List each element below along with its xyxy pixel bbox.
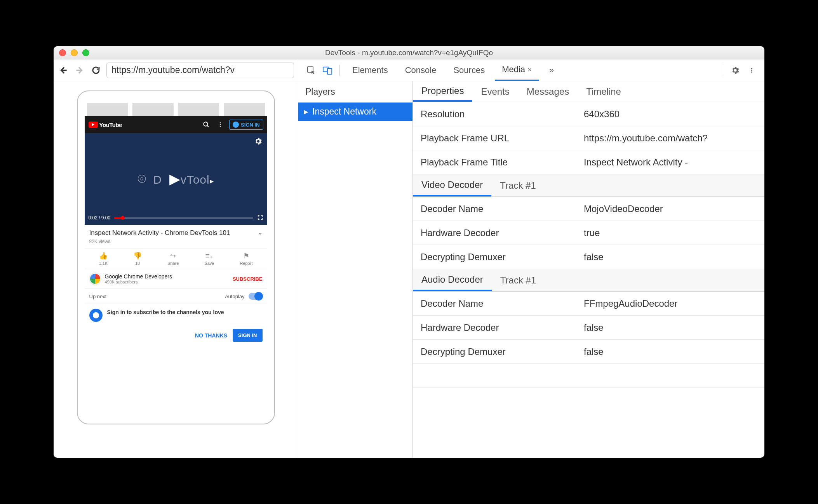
settings-gear-icon[interactable] — [729, 64, 742, 77]
audio-decoder-tab[interactable]: Audio Decoder — [413, 269, 492, 291]
report-button[interactable]: ⚑Report — [240, 252, 252, 266]
fullscreen-icon[interactable] — [257, 214, 263, 222]
more-icon[interactable] — [215, 120, 225, 130]
subtab-properties[interactable]: Properties — [413, 81, 472, 102]
youtube-logo[interactable]: YouTube — [89, 122, 122, 128]
flag-icon: ⚑ — [243, 252, 249, 260]
vprop-hardware: Hardware Decodertrue — [413, 221, 764, 245]
svg-point-0 — [204, 122, 208, 126]
loading-placeholder — [85, 103, 267, 116]
device-toolbar-icon[interactable] — [321, 64, 334, 77]
svg-point-7 — [751, 68, 752, 69]
like-button[interactable]: 👍1.1K — [99, 252, 108, 266]
vprop-decoder-name: Decoder NameMojoVideoDecoder — [413, 197, 764, 221]
close-tab-icon[interactable]: × — [527, 65, 532, 74]
no-thanks-button[interactable]: NO THANKS — [195, 332, 227, 339]
video-decoder-section: Video Decoder Track #1 — [413, 174, 764, 197]
channel-subs: 490K subscribers — [105, 280, 229, 284]
tab-console[interactable]: Console — [398, 59, 444, 81]
minimize-window-button[interactable] — [71, 49, 78, 56]
aprop-hardware: Hardware Decoderfalse — [413, 316, 764, 340]
search-icon[interactable] — [201, 120, 211, 130]
player-detail: Properties Events Messages Timeline Reso… — [413, 81, 764, 458]
upnext-label: Up next — [89, 294, 107, 299]
titlebar: DevTools - m.youtube.com/watch?v=e1gAyQu… — [54, 46, 764, 59]
subtab-timeline[interactable]: Timeline — [578, 81, 630, 102]
player-brand-text: D ▶vTool▸ — [153, 171, 214, 187]
players-header: Players — [298, 81, 412, 103]
traffic-lights — [59, 49, 89, 56]
view-count: 82K views — [89, 239, 263, 244]
svg-point-8 — [751, 70, 752, 71]
progress-bar[interactable]: 0:02 / 9:00 — [85, 211, 267, 225]
signin-promo: Sign in to subscribe to the channels you… — [85, 304, 267, 346]
video-track-tab[interactable]: Track #1 — [491, 174, 544, 196]
players-sidebar: Players ▶ Inspect Network — [298, 81, 413, 458]
player-item-label: Inspect Network — [312, 106, 376, 117]
promo-message: Sign in to subscribe to the channels you… — [107, 309, 224, 316]
devtools-window: DevTools - m.youtube.com/watch?v=e1gAyQu… — [54, 46, 764, 458]
autoplay-toggle[interactable] — [249, 293, 263, 300]
reload-button[interactable] — [90, 64, 102, 76]
aprop-decoder-name: Decoder NameFFmpegAudioDecoder — [413, 292, 764, 316]
dislike-button[interactable]: 👎18 — [133, 252, 142, 266]
user-avatar-icon — [89, 309, 103, 322]
channel-avatar — [89, 273, 101, 285]
tab-sources[interactable]: Sources — [446, 59, 492, 81]
tabs-overflow-icon[interactable]: » — [542, 59, 561, 81]
forward-button[interactable] — [74, 64, 85, 76]
audio-track-tab[interactable]: Track #1 — [492, 269, 545, 291]
detail-subtabs: Properties Events Messages Timeline — [413, 81, 764, 102]
zoom-window-button[interactable] — [82, 49, 89, 56]
video-title-block[interactable]: Inspect Network Activity - Chrome DevToo… — [85, 225, 267, 249]
back-button[interactable] — [57, 64, 69, 76]
seek-track[interactable] — [114, 217, 253, 219]
save-button[interactable]: ≡₊Save — [204, 252, 214, 266]
video-decoder-tab[interactable]: Video Decoder — [413, 174, 491, 196]
subscribe-button[interactable]: SUBSCRIBE — [233, 276, 263, 282]
play-icon: ▶ — [304, 108, 308, 115]
nav-toolbar: https://m.youtube.com/watch?v — [54, 59, 298, 81]
svg-point-9 — [751, 71, 752, 73]
header-signin-button[interactable]: SIGN IN — [229, 120, 263, 130]
svg-rect-6 — [327, 68, 332, 74]
video-player[interactable]: ⦾ D ▶vTool▸ 0:02 / 9:00 — [85, 133, 267, 225]
channel-row[interactable]: Google Chrome Developers 490K subscriber… — [85, 269, 267, 289]
inspect-element-icon[interactable] — [305, 64, 318, 77]
empty-row — [413, 364, 764, 388]
prev-track-icon[interactable]: ⦾ — [137, 173, 146, 186]
player-list-item[interactable]: ▶ Inspect Network — [298, 103, 412, 121]
device-viewport: YouTube SIGN IN — [54, 81, 298, 458]
tab-media[interactable]: Media × — [495, 59, 539, 81]
video-actions: 👍1.1K 👎18 ↪Share ≡₊Save ⚑Report — [85, 249, 267, 269]
subtab-events[interactable]: Events — [472, 81, 518, 102]
chevron-down-icon[interactable]: ⌄ — [258, 229, 263, 236]
youtube-header: YouTube SIGN IN — [85, 116, 267, 133]
url-text: https://m.youtube.com/watch?v — [111, 65, 235, 75]
devtools-main-toolbar: Elements Console Sources Media × » — [298, 59, 764, 81]
kebab-menu-icon[interactable] — [745, 64, 758, 77]
player-settings-icon[interactable] — [254, 137, 263, 147]
time-display: 0:02 / 9:00 — [89, 215, 111, 221]
video-title: Inspect Network Activity - Chrome DevToo… — [89, 229, 254, 237]
properties-table: Resolution 640x360 Playback Frame URL ht… — [413, 102, 764, 458]
youtube-logo-text: YouTube — [99, 122, 122, 128]
youtube-play-icon — [89, 122, 98, 128]
svg-point-1 — [220, 122, 221, 123]
upnext-row: Up next Autoplay — [85, 289, 267, 304]
close-window-button[interactable] — [59, 49, 66, 56]
device-frame: YouTube SIGN IN — [77, 90, 275, 424]
signin-promo-button[interactable]: SIGN IN — [233, 329, 262, 342]
address-bar[interactable]: https://m.youtube.com/watch?v — [106, 63, 294, 78]
user-icon — [233, 122, 239, 128]
prop-frame-title: Playback Frame Title Inspect Network Act… — [413, 150, 764, 174]
audio-decoder-section: Audio Decoder Track #1 — [413, 269, 764, 292]
svg-point-3 — [220, 126, 221, 127]
prop-frame-url: Playback Frame URL https://m.youtube.com… — [413, 126, 764, 150]
subtab-messages[interactable]: Messages — [518, 81, 578, 102]
tab-elements[interactable]: Elements — [345, 59, 395, 81]
aprop-demuxer: Decrypting Demuxerfalse — [413, 340, 764, 364]
devtools-pane: Elements Console Sources Media × » — [298, 59, 764, 458]
share-button[interactable]: ↪Share — [167, 252, 179, 266]
page-preview-pane: https://m.youtube.com/watch?v YouTube — [54, 59, 298, 458]
